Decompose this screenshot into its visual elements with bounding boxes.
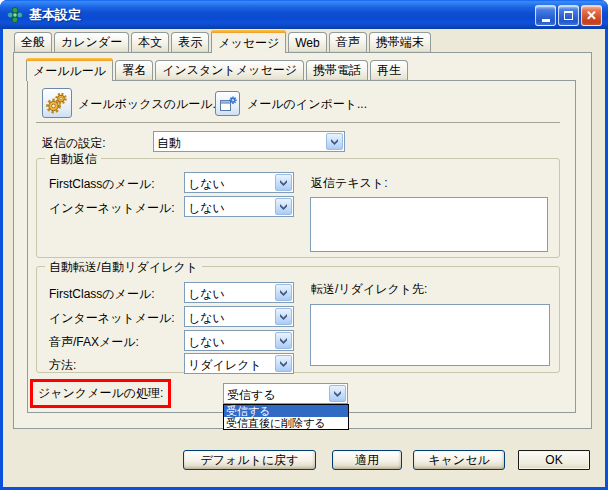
titlebar: 基本設定 ✕ xyxy=(0,0,608,29)
tab-message[interactable]: メッセージ xyxy=(211,30,286,53)
tab-instant-message[interactable]: インスタントメッセージ xyxy=(155,60,304,80)
forward-voice-fax-value: しない xyxy=(188,334,273,351)
app-icon xyxy=(7,7,23,23)
apply-button[interactable]: 適用 xyxy=(332,450,402,470)
tab-mobile-phone[interactable]: 携帯電話 xyxy=(306,60,368,80)
junk-mail-label-highlighted: ジャンクメールの処理: xyxy=(30,379,171,408)
fwd-internet-label: インターネットメール: xyxy=(49,310,175,327)
window-gear-icon xyxy=(219,95,237,113)
window-title: 基本設定 xyxy=(29,6,81,24)
mailbox-rules-label: メールボックスのルール... xyxy=(78,96,223,113)
junk-mail-select[interactable]: 受信する xyxy=(223,383,348,404)
minimize-icon xyxy=(542,19,550,22)
junk-option-receive[interactable]: 受信する xyxy=(224,405,348,417)
gears-icon xyxy=(44,90,70,116)
forward-to-input[interactable] xyxy=(310,304,550,366)
maximize-button[interactable] xyxy=(558,5,579,26)
divider xyxy=(36,122,560,123)
mailbox-rules-button[interactable] xyxy=(42,88,72,118)
tab-web[interactable]: Web xyxy=(288,32,326,52)
tab-voice[interactable]: 音声 xyxy=(329,32,367,52)
tab-bar-sub: メールルール 署名 インスタントメッセージ 携帯電話 再生 xyxy=(26,58,408,80)
mail-import-button[interactable] xyxy=(215,91,240,116)
reply-text-input[interactable] xyxy=(310,197,548,252)
ok-button[interactable]: OK xyxy=(518,450,590,470)
reply-setting-label: 返信の設定: xyxy=(42,135,106,152)
tab-general[interactable]: 全般 xyxy=(14,32,52,52)
tab-signature[interactable]: 署名 xyxy=(115,60,153,80)
auto-reply-firstclass-select[interactable]: しない xyxy=(184,172,294,193)
close-icon: ✕ xyxy=(586,8,597,23)
preferences-window: 基本設定 ✕ 全般 カレンダー 本文 表示 メッセージ Web 音声 携帯端末 … xyxy=(0,0,608,490)
tab-mobile[interactable]: 携帯端末 xyxy=(369,32,431,52)
chevron-down-icon[interactable] xyxy=(326,133,343,150)
auto-reply-internet-value: しない xyxy=(188,200,273,217)
forward-to-label: 転送/リダイレクト先: xyxy=(311,281,427,298)
forward-firstclass-select[interactable]: しない xyxy=(184,282,294,303)
restore-defaults-button[interactable]: デフォルトに戻す xyxy=(183,450,316,470)
forward-firstclass-value: しない xyxy=(188,286,273,303)
reply-setting-value: 自動 xyxy=(157,135,324,152)
firstclass-mail-label: FirstClassのメール: xyxy=(49,176,155,193)
chevron-down-icon[interactable] xyxy=(329,385,346,402)
junk-mail-dropdown-list: 受信する 受信直後に削除する xyxy=(223,404,349,430)
internet-mail-label: インターネットメール: xyxy=(49,200,175,217)
chevron-down-icon[interactable] xyxy=(275,198,292,215)
fwd-method-label: 方法: xyxy=(49,357,76,374)
chevron-down-icon[interactable] xyxy=(275,308,292,325)
forward-internet-select[interactable]: しない xyxy=(184,306,294,327)
dialog-body: 全般 カレンダー 本文 表示 メッセージ Web 音声 携帯端末 メールルール … xyxy=(3,29,605,487)
chevron-down-icon[interactable] xyxy=(275,174,292,191)
auto-reply-group: 自動返信 FirstClassのメール: しない インターネットメール: しない… xyxy=(36,158,560,258)
fwd-firstclass-label: FirstClassのメール: xyxy=(49,286,155,303)
maximize-icon xyxy=(564,11,573,20)
junk-option-delete-after-receive[interactable]: 受信直後に削除する xyxy=(224,417,348,429)
tab-bar-main: 全般 カレンダー 本文 表示 メッセージ Web 音声 携帯端末 xyxy=(14,30,431,52)
close-button[interactable]: ✕ xyxy=(581,5,602,26)
auto-forward-group: 自動転送/自動リダイレクト FirstClassのメール: しない インターネッ… xyxy=(36,266,560,373)
forward-method-value: リダイレクト xyxy=(188,357,273,374)
forward-method-select[interactable]: リダイレクト xyxy=(184,353,294,374)
reply-text-label: 返信テキスト: xyxy=(311,175,387,192)
auto-forward-group-title: 自動転送/自動リダイレクト xyxy=(45,259,202,276)
cancel-button[interactable]: キャンセル xyxy=(413,450,505,470)
forward-internet-value: しない xyxy=(188,310,273,327)
forward-voice-fax-select[interactable]: しない xyxy=(184,330,294,351)
tab-body[interactable]: 本文 xyxy=(131,32,169,52)
auto-reply-group-title: 自動返信 xyxy=(45,151,101,168)
minimize-button[interactable] xyxy=(535,5,556,26)
auto-reply-internet-select[interactable]: しない xyxy=(184,196,294,217)
junk-mail-value: 受信する xyxy=(227,387,327,404)
chevron-down-icon[interactable] xyxy=(275,284,292,301)
auto-reply-firstclass-value: しない xyxy=(188,176,273,193)
fwd-voice-fax-label: 音声/FAXメール: xyxy=(49,334,139,351)
tab-view[interactable]: 表示 xyxy=(171,32,209,52)
tab-playback[interactable]: 再生 xyxy=(370,60,408,80)
reply-setting-select[interactable]: 自動 xyxy=(153,131,345,152)
chevron-down-icon[interactable] xyxy=(275,332,292,349)
mail-import-label: メールのインポート... xyxy=(247,96,367,113)
tab-calendar[interactable]: カレンダー xyxy=(54,32,129,52)
tab-mail-rules[interactable]: メールルール xyxy=(26,58,113,81)
chevron-down-icon[interactable] xyxy=(275,355,292,372)
